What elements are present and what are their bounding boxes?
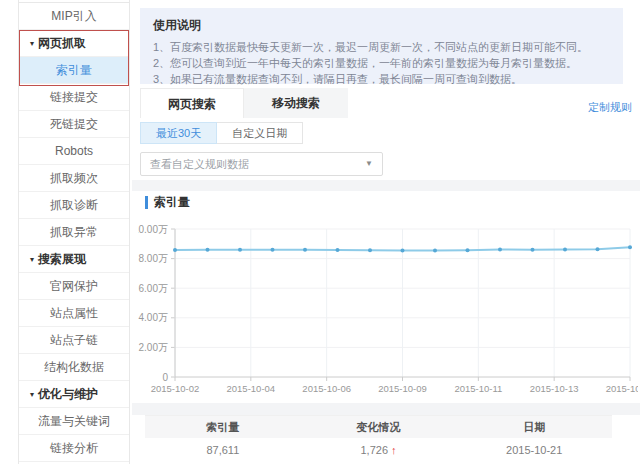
sidebar-item-label: 链接分析 [50, 441, 98, 455]
table-row: 87,6111,726↑2015-10-21 [145, 438, 612, 463]
svg-text:2.00万: 2.00万 [139, 342, 168, 353]
sidebar: MIP引入▾网页抓取索引量链接提交死链提交Robots抓取频次抓取诊断抓取异常▾… [18, 0, 130, 464]
sidebar-item-label: MIP引入 [51, 9, 96, 23]
svg-text:2015-10-02: 2015-10-02 [151, 383, 200, 394]
sidebar-item-parent[interactable]: ▾搜索展现 [19, 246, 129, 273]
tab-active[interactable]: 网页搜索 [140, 88, 244, 118]
sidebar-item-label: Robots [55, 144, 93, 158]
sidebar-item-child[interactable]: 抓取诊断 [19, 192, 129, 219]
chevron-down-icon: ▾ [30, 255, 34, 264]
sidebar-item-label: 搜索展现 [38, 252, 86, 266]
svg-text:4.00万: 4.00万 [139, 312, 168, 323]
chart-section-header: 索引量 [145, 194, 190, 211]
usage-notes-panel: 使用说明 1、百度索引数据最快每天更新一次，最迟一周更新一次，不同站点的更新日期… [140, 8, 623, 84]
tab-inactive[interactable]: 移动搜索 [244, 88, 348, 118]
sidebar-item-label: 站点属性 [50, 306, 98, 320]
search-type-tabs: 网页搜索移动搜索 [140, 88, 348, 118]
index-volume-value: 87,611 [145, 438, 301, 463]
sidebar-item-label: 流量与关键词 [38, 414, 110, 428]
usage-note-line: 3、如果已有流量数据查询不到，请隔日再查，最长间隔一周可查询到数据。 [153, 71, 611, 87]
chevron-down-icon: ▼ [365, 153, 373, 175]
sidebar-item-label: 抓取诊断 [50, 198, 98, 212]
sidebar-item-label: 死链提交 [50, 117, 98, 131]
svg-text:2015-10-13: 2015-10-13 [530, 383, 579, 394]
svg-text:2015-10-11: 2015-10-11 [454, 383, 502, 394]
custom-rule-select[interactable]: 查看自定义规则数据 ▼ [140, 152, 383, 176]
svg-text:10.00万: 10.00万 [138, 224, 168, 235]
chart-section-title: 索引量 [154, 194, 190, 211]
date-range-tabs: 最近30天自定义日期 [140, 122, 303, 144]
up-arrow-icon: ↑ [391, 444, 397, 456]
section-separator [132, 180, 640, 191]
usage-notes-title: 使用说明 [153, 17, 611, 34]
sidebar-item-label: 抓取频次 [50, 171, 98, 185]
svg-text:2015-10-06: 2015-10-06 [302, 383, 351, 394]
sidebar-item-label: 站点子链 [50, 333, 98, 347]
section-separator [132, 403, 640, 415]
sidebar-item-child[interactable]: 抓取异常 [19, 219, 129, 246]
index-summary-table: 索引量变化情况日期 87,6111,726↑2015-10-21 [145, 415, 612, 463]
sidebar-item-child[interactable]: 死链提交 [19, 111, 129, 138]
svg-text:6.00万: 6.00万 [139, 283, 168, 294]
table-header-cell: 索引量 [145, 416, 301, 438]
sidebar-item-label: 结构化数据 [44, 360, 104, 374]
sidebar-item-active[interactable]: 索引量 [19, 57, 129, 84]
sidebar-item-label: 优化与维护 [38, 387, 98, 401]
custom-rules-link[interactable]: 定制规则 [588, 100, 632, 115]
sidebar-item-child[interactable]: 流量与关键词 [19, 408, 129, 435]
chevron-down-icon: ▾ [30, 390, 34, 399]
sidebar-item-child[interactable]: Robots [19, 138, 129, 165]
svg-text:0: 0 [162, 372, 168, 383]
sidebar-item-child[interactable]: 站点子链 [19, 327, 129, 354]
svg-text:8.00万: 8.00万 [139, 253, 168, 264]
sidebar-menu: MIP引入▾网页抓取索引量链接提交死链提交Robots抓取频次抓取诊断抓取异常▾… [19, 3, 129, 462]
sidebar-item-child[interactable]: 抓取频次 [19, 165, 129, 192]
sidebar-item-child[interactable]: 站点属性 [19, 300, 129, 327]
change-value: 1,726↑ [301, 438, 457, 463]
table-header-cell: 日期 [456, 416, 612, 438]
usage-note-line: 2、您可以查询到近一年中每天的索引量数据，一年前的索引量数据为每月索引量数据。 [153, 55, 611, 71]
sidebar-item-child[interactable]: MIP引入 [19, 3, 129, 30]
section-accent-bar [145, 196, 148, 209]
sidebar-item-label: 链接提交 [50, 90, 98, 104]
sidebar-item-label: 官网保护 [50, 279, 98, 293]
sidebar-item-label: 抓取异常 [50, 225, 98, 239]
sidebar-item-child[interactable]: 链接提交 [19, 84, 129, 111]
table-header-row: 索引量变化情况日期 [145, 415, 612, 438]
sidebar-item-child[interactable]: 链接分析 [19, 435, 129, 462]
sidebar-item-label: 网页抓取 [38, 36, 86, 50]
svg-text:2015-10-09: 2015-10-09 [378, 383, 427, 394]
date-value: 2015-10-21 [456, 438, 612, 463]
usage-note-line: 1、百度索引数据最快每天更新一次，最迟一周更新一次，不同站点的更新日期可能不同。 [153, 39, 611, 55]
sidebar-item-parent[interactable]: ▾优化与维护 [19, 381, 129, 408]
custom-rule-select-placeholder: 查看自定义规则数据 [141, 153, 382, 175]
date-range-tab-inactive[interactable]: 自定义日期 [217, 122, 303, 144]
usage-notes-lines: 1、百度索引数据最快每天更新一次，最迟一周更新一次，不同站点的更新日期可能不同。… [153, 39, 611, 87]
date-range-tab-active[interactable]: 最近30天 [140, 122, 217, 144]
index-volume-chart: 10.00万8.00万6.00万4.00万2.00万02015-10-02201… [138, 220, 638, 398]
chevron-down-icon: ▾ [30, 39, 34, 48]
sidebar-item-child[interactable]: 结构化数据 [19, 354, 129, 381]
sidebar-item-label: 索引量 [56, 63, 92, 77]
svg-text:2015-10-15: 2015-10-15 [606, 383, 638, 394]
table-header-cell: 变化情况 [301, 416, 457, 438]
sidebar-item-child[interactable]: 官网保护 [19, 273, 129, 300]
svg-text:2015-10-04: 2015-10-04 [227, 383, 276, 394]
sidebar-item-parent[interactable]: ▾网页抓取 [19, 30, 129, 57]
